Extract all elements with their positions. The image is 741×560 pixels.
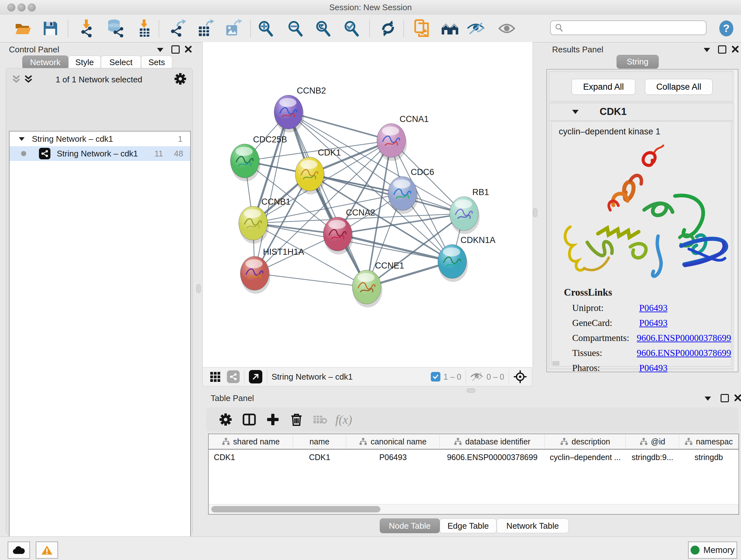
hide-eye-icon[interactable] bbox=[466, 19, 485, 38]
network-row[interactable]: String Network – cdk1 11 48 bbox=[10, 146, 190, 161]
export-image-icon[interactable] bbox=[223, 19, 243, 38]
panel-float-icon[interactable] bbox=[704, 396, 711, 401]
column-header-namespac[interactable]: namespac bbox=[679, 434, 738, 449]
delete-column-icon[interactable] bbox=[285, 410, 308, 429]
panel-maximize-icon[interactable] bbox=[718, 45, 726, 54]
table-hscrollbar-thumb[interactable] bbox=[211, 506, 381, 512]
column-header-shared-name[interactable]: shared name bbox=[209, 434, 293, 449]
tab-node-table[interactable]: Node Table bbox=[380, 518, 440, 533]
network-collection-row[interactable]: String Network – cdk1 1 bbox=[10, 132, 190, 146]
zoom-selected-icon[interactable] bbox=[342, 19, 361, 38]
table-cell[interactable]: stringdb:9... bbox=[626, 449, 679, 465]
tab-network[interactable]: Network bbox=[22, 56, 68, 69]
table-cell[interactable]: P06493 bbox=[346, 449, 440, 465]
function-builder-icon[interactable]: f(x) bbox=[332, 410, 355, 429]
network-canvas[interactable]: CCNB2CCNA1CDC25BCDK1CDC6RB1CCNB1CCNA2CDK… bbox=[202, 42, 533, 367]
zoom-out-icon[interactable] bbox=[286, 19, 305, 38]
column-header-database-identifier[interactable]: database identifier bbox=[440, 434, 545, 449]
memory-button[interactable]: Memory bbox=[688, 542, 737, 559]
tab-sets[interactable]: Sets bbox=[141, 56, 172, 69]
network-node-HIST1H1A[interactable]: HIST1H1A bbox=[240, 247, 304, 294]
panel-close-icon[interactable] bbox=[185, 45, 192, 53]
grid-view-icon[interactable] bbox=[210, 371, 220, 382]
birdseye-icon[interactable] bbox=[514, 370, 527, 383]
tab-select[interactable]: Select bbox=[101, 56, 141, 69]
zoom-fit-icon[interactable] bbox=[313, 19, 333, 38]
bottom-splitter-handle[interactable] bbox=[467, 388, 475, 393]
crosslink-link[interactable]: 9606.ENSP00000378699 bbox=[636, 333, 731, 343]
hidden-eye-icon[interactable] bbox=[470, 372, 483, 382]
table-cell[interactable]: cyclin–dependent ... bbox=[545, 449, 626, 465]
table-cell[interactable]: stringdb bbox=[679, 449, 738, 465]
save-session-icon[interactable] bbox=[41, 19, 60, 38]
maximize-window-button[interactable] bbox=[28, 3, 36, 11]
houses-icon[interactable] bbox=[441, 19, 460, 38]
network-edge[interactable] bbox=[255, 273, 367, 287]
panel-maximize-icon[interactable] bbox=[721, 394, 729, 402]
show-columns-icon[interactable] bbox=[238, 410, 261, 429]
table-cell[interactable]: CDK1 bbox=[293, 449, 346, 465]
table-cell[interactable]: CDK1 bbox=[209, 449, 293, 465]
network-node-CCNB1[interactable]: CCNB1 bbox=[239, 197, 291, 244]
column-header-description[interactable]: description bbox=[545, 434, 626, 449]
import-table-icon[interactable] bbox=[135, 19, 154, 38]
search-input[interactable] bbox=[563, 23, 699, 33]
network-edge[interactable] bbox=[288, 112, 367, 287]
refresh-icon[interactable] bbox=[379, 19, 398, 38]
open-in-window-icon[interactable] bbox=[249, 370, 262, 383]
table-settings-gear-icon[interactable] bbox=[214, 410, 238, 429]
network-node-CCNA1[interactable]: CCNA1 bbox=[377, 114, 429, 161]
section-caret-icon[interactable] bbox=[572, 110, 579, 114]
clone-network-icon[interactable] bbox=[413, 19, 432, 38]
tab-edge-table[interactable]: Edge Table bbox=[440, 518, 496, 533]
table-row[interactable]: CDK1CDK1P064939606.ENSP00000378699cyclin… bbox=[209, 449, 738, 465]
import-database-icon[interactable] bbox=[105, 19, 125, 38]
column-header-name[interactable]: name bbox=[293, 434, 346, 449]
column-header-canonical-name[interactable]: canonical name bbox=[346, 434, 440, 449]
export-network-icon[interactable] bbox=[168, 19, 187, 38]
expand-all-icon[interactable] bbox=[24, 75, 32, 84]
crosslink-link[interactable]: P06493 bbox=[639, 318, 668, 328]
crosslink-link[interactable]: 9606.ENSP00000378699 bbox=[636, 348, 731, 358]
add-column-icon[interactable] bbox=[261, 410, 285, 429]
warning-button[interactable] bbox=[36, 542, 58, 559]
close-window-button[interactable] bbox=[7, 3, 15, 11]
network-share-icon[interactable] bbox=[227, 370, 240, 383]
minimize-window-button[interactable] bbox=[17, 3, 25, 11]
panel-close-icon[interactable] bbox=[731, 45, 739, 53]
network-graph[interactable]: CCNB2CCNA1CDC25BCDK1CDC6RB1CCNB1CCNA2CDK… bbox=[203, 42, 533, 367]
column-header-@id[interactable]: @id bbox=[626, 434, 679, 449]
tab-network-table[interactable]: Network Table bbox=[496, 518, 569, 533]
gear-icon[interactable] bbox=[174, 73, 186, 85]
search-box[interactable] bbox=[550, 20, 706, 35]
cloud-button[interactable] bbox=[8, 542, 30, 559]
network-node-CCNB2[interactable]: CCNB2 bbox=[274, 86, 326, 132]
network-node-RB1[interactable]: RB1 bbox=[450, 187, 489, 234]
results-hscroll-stub[interactable] bbox=[552, 361, 559, 366]
crosslink-link[interactable]: P06493 bbox=[639, 303, 668, 313]
panel-float-icon[interactable] bbox=[157, 48, 163, 52]
export-table-icon[interactable] bbox=[196, 19, 215, 38]
delete-table-icon[interactable] bbox=[308, 410, 332, 429]
panel-float-icon[interactable] bbox=[704, 48, 710, 52]
panel-maximize-icon[interactable] bbox=[172, 45, 180, 54]
right-splitter-handle[interactable] bbox=[533, 208, 537, 217]
table-hscrollbar[interactable] bbox=[209, 504, 738, 514]
panel-close-icon[interactable] bbox=[734, 394, 741, 401]
open-session-icon[interactable] bbox=[13, 19, 32, 38]
tab-style[interactable]: Style bbox=[68, 56, 101, 69]
gray-eye-icon[interactable] bbox=[497, 19, 516, 38]
collapse-all-icon[interactable] bbox=[12, 75, 20, 84]
help-icon[interactable]: ? bbox=[717, 19, 736, 38]
collapse-all-button[interactable]: Collapse All bbox=[645, 79, 713, 95]
network-node-CDKN1A[interactable]: CDKN1A bbox=[438, 235, 495, 282]
import-network-icon[interactable] bbox=[77, 19, 96, 38]
selected-checkbox[interactable] bbox=[431, 372, 441, 381]
tab-string[interactable]: String bbox=[616, 55, 658, 69]
network-node-CCNE1[interactable]: CCNE1 bbox=[352, 261, 404, 307]
network-node-CDC6[interactable]: CDC6 bbox=[388, 167, 434, 214]
collection-caret-icon[interactable] bbox=[19, 137, 24, 141]
zoom-in-icon[interactable] bbox=[256, 19, 275, 38]
expand-all-button[interactable]: Expand All bbox=[571, 79, 635, 95]
crosslink-link[interactable]: P06493 bbox=[639, 363, 668, 373]
